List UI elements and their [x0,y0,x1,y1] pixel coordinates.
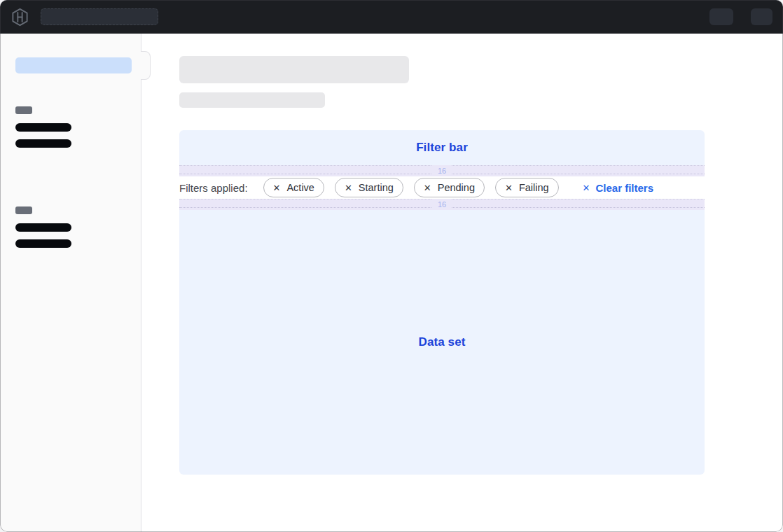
clear-filters-link[interactable]: ✕ Clear filters [583,182,653,194]
data-set-region: Data set [179,210,705,475]
page-title-placeholder [179,56,409,83]
hashicorp-logo-icon[interactable] [11,8,29,27]
chip-close-icon[interactable]: ✕ [273,183,281,192]
filter-chip-starting-label: Starting [359,182,394,193]
clear-filters-label: Clear filters [596,182,654,194]
chip-close-icon[interactable]: ✕ [424,183,431,192]
sidebar-section-1-item-placeholder [15,123,71,132]
sidebar-section-1 [15,106,71,155]
chip-close-icon[interactable]: ✕ [505,183,513,192]
chip-close-icon[interactable]: ✕ [345,183,352,192]
filter-chip-pending-label: Pending [438,182,475,193]
sidebar-section-2-item-placeholder [15,223,71,232]
top-nav [0,0,783,34]
filter-chip-failing[interactable]: ✕ Failing [495,178,559,197]
filter-bar-region: Filter bar [179,130,705,165]
sidebar-section-2-item-placeholder [15,239,71,248]
app-body: Filter bar 16 Filters applied: ✕ Active … [0,34,783,532]
filter-chip-failing-label: Failing [519,182,549,193]
filter-chip-active-label: Active [286,182,314,193]
app-window: Filter bar 16 Filters applied: ✕ Active … [0,0,783,532]
nav-search-placeholder[interactable] [41,8,158,25]
spacing-annotation-bottom: 16 [179,199,705,210]
content-column: Filter bar 16 Filters applied: ✕ Active … [179,56,705,475]
data-set-label: Data set [419,335,466,349]
sidebar [0,34,141,532]
filters-applied-label: Filters applied: [179,182,248,194]
filter-bar-label: Filter bar [416,141,468,155]
spacing-annotation-top: 16 [179,165,705,176]
spacing-annotation-top-value: 16 [432,165,452,176]
filters-applied-row: Filters applied: ✕ Active ✕ Starting ✕ P… [179,176,705,199]
filter-chip-pending[interactable]: ✕ Pending [414,178,485,197]
main-content: Filter bar 16 Filters applied: ✕ Active … [141,34,783,532]
page-subtitle-placeholder [179,92,325,108]
sidebar-section-2 [15,206,71,255]
sidebar-section-1-item-placeholder [15,139,71,148]
nav-action-placeholder-1[interactable] [709,8,733,25]
sidebar-item-selected[interactable] [15,57,132,74]
clear-filters-close-icon: ✕ [583,183,590,192]
filter-chip-active[interactable]: ✕ Active [263,178,324,197]
sidebar-section-1-kicker-placeholder [15,106,32,114]
sidebar-flyout-notch [141,51,151,80]
sidebar-section-2-kicker-placeholder [15,206,32,214]
filter-chip-starting[interactable]: ✕ Starting [335,178,403,197]
spacing-annotation-bottom-value: 16 [432,199,452,210]
nav-action-placeholder-2[interactable] [751,8,772,25]
